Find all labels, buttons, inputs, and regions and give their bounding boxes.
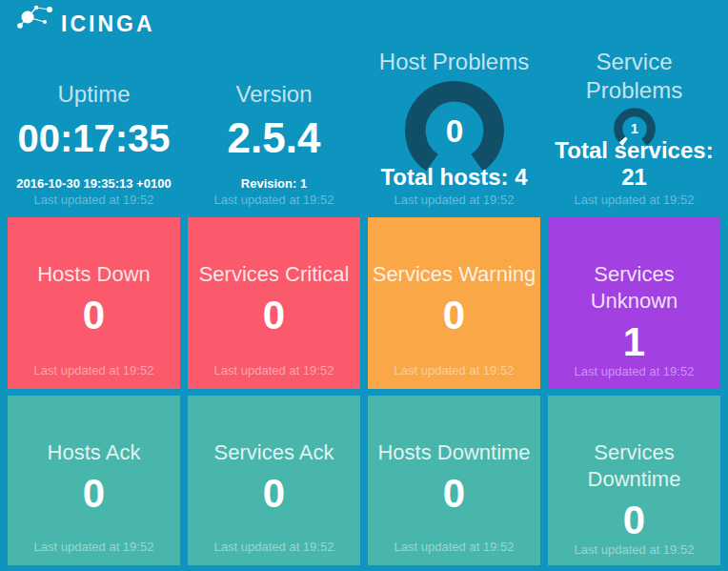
version-title: Version [235,80,312,109]
version-value: 2.5.4 [228,114,321,163]
service-problems-title: Service Problems [548,48,720,105]
host-problems-updated: Last updated at 19:52 [394,193,515,207]
tile-updated: Last updated at 19:52 [394,363,515,377]
tile-updated: Last updated at 19:52 [34,363,154,377]
dashboard-grid: Uptime 00:17:35 2016-10-30 19:35:13 +010… [0,42,728,565]
tile-updated: Last updated at 19:52 [575,364,695,378]
uptime-detail: 2016-10-30 19:35:13 +0100 [16,176,171,191]
tile-updated: Last updated at 19:52 [394,540,515,554]
tile-title: Services Warning [373,261,536,288]
tile-title: Hosts Down [37,261,151,288]
uptime-widget: Uptime 00:17:35 2016-10-30 19:35:13 +010… [8,42,180,211]
version-updated: Last updated at 19:52 [214,193,334,207]
service-problems-value: 1 [631,121,638,136]
tile-updated: Last updated at 19:52 [214,540,334,554]
uptime-value: 00:17:35 [17,116,170,160]
version-detail: Revision: 1 [241,176,307,191]
tile-value: 0 [83,472,105,516]
version-widget: Version 2.5.4 Revision: 1 Last updated a… [188,42,360,211]
tile-services-unknown: Services Unknown 1 Last updated at 19:52 [548,217,720,389]
host-problems-detail: Total hosts: 4 [380,164,527,191]
tile-value: 0 [623,499,645,542]
tile-value: 0 [263,294,285,337]
tile-updated: Last updated at 19:52 [575,542,695,557]
tile-title: Services Unknown [548,261,720,315]
tile-title: Services Downtime [548,439,720,493]
tile-services-warning: Services Warning 0 Last updated at 19:52 [368,217,540,389]
icinga-logo: ICINGA [13,3,155,39]
tile-value: 1 [623,320,645,364]
tile-updated: Last updated at 19:52 [214,363,334,377]
tile-hosts-downtime: Hosts Downtime 0 Last updated at 19:52 [368,396,540,565]
tile-title: Hosts Downtime [377,439,530,466]
tile-value: 0 [443,294,465,337]
service-problems-updated: Last updated at 19:52 [575,193,695,207]
uptime-title: Uptime [57,80,130,109]
tile-hosts-ack: Hosts Ack 0 Last updated at 19:52 [8,396,180,565]
host-problems-title: Host Problems [379,48,529,76]
tile-value: 0 [443,472,465,516]
icinga-logo-icon [13,3,57,39]
service-problems-detail: Total services: 21 [548,137,720,191]
service-problems-widget: Service Problems 1 Total services: 21 La… [548,42,720,211]
host-problems-value: 0 [445,113,463,149]
icinga-logo-text: ICINGA [61,11,155,37]
dashboard-body: { "brand": { "name": "ICINGA" }, "colors… [0,0,728,571]
host-problems-widget: Host Problems 0 Total hosts: 4 Last upda… [368,42,540,211]
tile-updated: Last updated at 19:52 [34,540,154,554]
tile-services-downtime: Services Downtime 0 Last updated at 19:5… [548,396,720,565]
host-problems-gauge: 0 [397,78,512,173]
tile-value: 0 [83,294,105,337]
uptime-updated: Last updated at 19:52 [34,193,154,207]
tile-title: Services Ack [214,439,334,466]
tile-title: Services Critical [199,261,350,288]
tile-hosts-down: Hosts Down 0 Last updated at 19:52 [8,217,180,389]
tile-services-ack: Services Ack 0 Last updated at 19:52 [188,396,360,565]
tile-title: Hosts Ack [48,439,141,466]
header: ICINGA [0,0,728,42]
tile-value: 0 [263,472,285,516]
tile-services-critical: Services Critical 0 Last updated at 19:5… [188,217,360,389]
